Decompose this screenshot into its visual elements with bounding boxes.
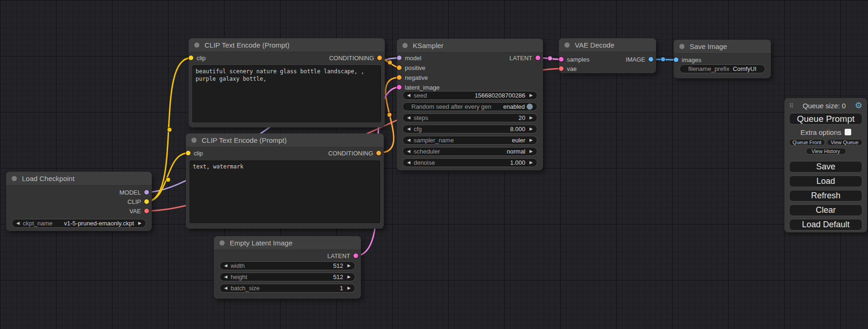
widget-cfg[interactable]: ◀ cfg 8.000 ▶ <box>402 125 537 133</box>
input-port-images[interactable] <box>674 57 678 62</box>
output-port-image[interactable] <box>649 57 653 62</box>
node-load-checkpoint[interactable]: Load Checkpoint MODEL CLIP VAE ◀ ckpt_na… <box>6 172 152 231</box>
refresh-button[interactable]: Refresh <box>789 190 862 202</box>
arrow-right-icon[interactable]: ▶ <box>347 264 351 268</box>
input-port-latent-image[interactable] <box>397 85 402 90</box>
node-title-bar[interactable]: Empty Latent Image <box>214 236 361 250</box>
arrow-right-icon[interactable]: ▶ <box>529 127 533 131</box>
extra-options-checkbox[interactable] <box>845 129 851 135</box>
widget-filename-prefix[interactable]: filename_prefix ComfyUI <box>679 64 765 73</box>
collapse-dot-icon[interactable] <box>194 42 199 48</box>
arrow-right-icon[interactable]: ▶ <box>529 116 533 120</box>
arrow-right-icon[interactable]: ▶ <box>529 149 533 154</box>
collapse-dot-icon[interactable] <box>12 176 17 181</box>
node-save-image[interactable]: Save Image images filename_prefix ComfyU… <box>674 40 771 78</box>
node-title-bar[interactable]: Save Image <box>674 40 771 54</box>
arrow-left-icon[interactable]: ◀ <box>407 93 410 98</box>
save-button[interactable]: Save <box>789 161 862 173</box>
output-port-model[interactable] <box>144 190 149 195</box>
node-title-bar[interactable]: KSampler <box>397 39 543 53</box>
view-queue-button[interactable]: View Queue <box>827 139 863 146</box>
arrow-left-icon[interactable]: ◀ <box>407 116 410 120</box>
widget-sampler-name[interactable]: ◀ sampler_name euler ▶ <box>402 136 537 145</box>
node-title-bar[interactable]: Load Checkpoint <box>6 172 152 186</box>
input-port-positive[interactable] <box>397 65 402 70</box>
queue-panel: ⠿ Queue size: 0 ⚙ Queue Prompt Extra opt… <box>784 98 867 232</box>
node-title-bar[interactable]: CLIP Text Encode (Prompt) <box>186 133 384 147</box>
queue-front-button[interactable]: Queue Front <box>789 139 825 146</box>
prompt-textarea[interactable]: beautiful scenery nature glass bottle la… <box>192 65 381 122</box>
node-graph-canvas[interactable]: Load Checkpoint MODEL CLIP VAE ◀ ckpt_na… <box>0 0 868 329</box>
node-clip-text-encode-positive[interactable]: CLIP Text Encode (Prompt) clip CONDITION… <box>189 38 385 127</box>
view-history-button[interactable]: View History <box>806 148 846 154</box>
widget-height[interactable]: ◀ height 512 ▶ <box>219 273 355 281</box>
input-port-vae[interactable] <box>559 66 564 71</box>
arrow-left-icon[interactable]: ◀ <box>224 286 227 290</box>
link-dot-image[interactable] <box>661 57 665 62</box>
input-port-samples[interactable] <box>559 57 564 62</box>
widget-denoise[interactable]: ◀ denoise 1.000 ▶ <box>402 158 537 167</box>
arrow-left-icon[interactable]: ◀ <box>224 275 227 279</box>
collapse-dot-icon[interactable] <box>679 44 685 49</box>
input-label: clip <box>197 55 206 62</box>
widget-ckpt-name[interactable]: ◀ ckpt_name v1-5-pruned-emaonly.ckpt ▶ <box>12 219 146 228</box>
input-port-clip[interactable] <box>189 56 193 60</box>
link-dot-cond-2[interactable] <box>387 112 392 117</box>
arrow-left-icon[interactable]: ◀ <box>407 161 410 165</box>
arrow-left-icon[interactable]: ◀ <box>224 264 227 268</box>
output-label: MODEL <box>120 189 141 196</box>
node-vae-decode[interactable]: VAE Decode samples vae IMAGE <box>559 38 656 73</box>
output-label: IMAGE <box>626 56 645 63</box>
arrow-left-icon[interactable]: ◀ <box>407 138 410 142</box>
node-title-bar[interactable]: CLIP Text Encode (Prompt) <box>189 38 385 52</box>
widget-steps[interactable]: ◀ steps 20 ▶ <box>402 113 537 122</box>
widget-seed[interactable]: ◀ seed 156680208700286 ▶ <box>402 91 537 100</box>
clear-button[interactable]: Clear <box>789 204 862 216</box>
arrow-right-icon[interactable]: ▶ <box>347 275 351 279</box>
toggle-icon[interactable] <box>527 104 533 110</box>
input-port-negative[interactable] <box>397 75 402 80</box>
load-default-button[interactable]: Load Default <box>789 219 862 231</box>
arrow-right-icon[interactable]: ▶ <box>529 161 533 165</box>
output-port-latent[interactable] <box>536 56 540 60</box>
arrow-left-icon[interactable]: ◀ <box>16 221 20 225</box>
input-label: images <box>682 56 701 63</box>
prompt-textarea[interactable]: text, watermark <box>190 161 380 223</box>
widget-scheduler[interactable]: ◀ scheduler normal ▶ <box>402 147 537 156</box>
node-clip-text-encode-negative[interactable]: CLIP Text Encode (Prompt) clip CONDITION… <box>186 133 384 229</box>
collapse-dot-icon[interactable] <box>191 138 197 143</box>
widget-batch-size[interactable]: ◀ batch_size 1 ▶ <box>219 284 355 293</box>
arrow-right-icon[interactable]: ▶ <box>529 138 533 142</box>
output-label: LATENT <box>327 252 350 259</box>
output-port-clip[interactable] <box>144 199 149 204</box>
load-button[interactable]: Load <box>789 175 862 187</box>
link-dot-cond-1[interactable] <box>388 60 392 65</box>
output-port-vae[interactable] <box>144 209 149 213</box>
input-port-model[interactable] <box>397 56 402 60</box>
node-title: Empty Latent Image <box>230 239 292 247</box>
link-dot-clip-2[interactable] <box>166 177 170 182</box>
node-title-bar[interactable]: VAE Decode <box>559 38 656 52</box>
arrow-right-icon[interactable]: ▶ <box>529 93 533 98</box>
collapse-dot-icon[interactable] <box>402 43 408 48</box>
arrow-right-icon[interactable]: ▶ <box>138 221 141 225</box>
node-title: KSampler <box>413 42 444 49</box>
collapse-dot-icon[interactable] <box>565 42 570 48</box>
collapse-dot-icon[interactable] <box>219 240 225 245</box>
widget-width[interactable]: ◀ width 512 ▶ <box>219 261 355 270</box>
link-dot-clip-1[interactable] <box>167 127 172 132</box>
link-dot-latent-2[interactable] <box>548 56 552 61</box>
output-port-conditioning[interactable] <box>377 56 382 60</box>
output-port-latent[interactable] <box>353 253 358 258</box>
widget-random-seed-toggle[interactable]: Random seed after every gen enabled <box>402 102 537 111</box>
output-port-conditioning[interactable] <box>376 151 381 155</box>
drag-handle-icon[interactable]: ⠿ <box>789 102 794 109</box>
input-port-clip[interactable] <box>186 151 191 155</box>
arrow-left-icon[interactable]: ◀ <box>407 149 410 154</box>
arrow-right-icon[interactable]: ▶ <box>347 286 351 290</box>
settings-gear-icon[interactable]: ⚙ <box>855 101 862 110</box>
node-empty-latent-image[interactable]: Empty Latent Image LATENT ◀ width 512 ▶ … <box>214 236 361 299</box>
node-ksampler[interactable]: KSampler model positive negative latent_… <box>397 39 543 170</box>
queue-prompt-button[interactable]: Queue Prompt <box>789 113 862 125</box>
arrow-left-icon[interactable]: ◀ <box>407 127 410 131</box>
